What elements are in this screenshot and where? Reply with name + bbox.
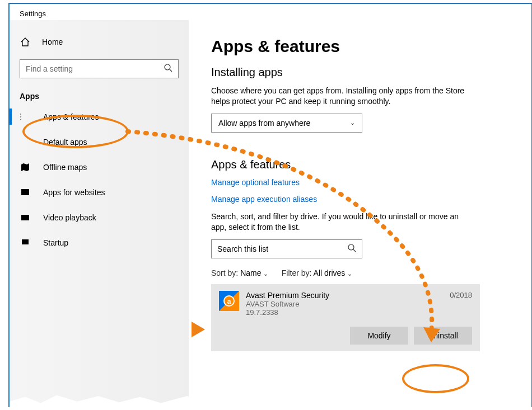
app-publisher: AVAST Software	[246, 300, 450, 308]
chevron-down-icon: ⌄	[350, 119, 355, 126]
settings-window: Settings Home Find a setting Apps	[8, 3, 532, 407]
sidebar-item-label: Apps for websites	[43, 188, 105, 197]
search-icon	[164, 63, 172, 74]
video-icon	[20, 213, 31, 223]
search-list-placeholder: Search this list	[217, 244, 268, 253]
app-card-header: a Avast Premium Security AVAST Software …	[219, 291, 472, 317]
sidebar-item-video-playback[interactable]: Video playback	[10, 205, 189, 230]
page-title: Apps & features	[211, 37, 515, 56]
app-card[interactable]: a Avast Premium Security AVAST Software …	[211, 284, 480, 351]
app-meta: Avast Premium Security AVAST Software 19…	[246, 291, 450, 317]
installing-heading: Installing apps	[211, 66, 515, 79]
home-label: Home	[42, 37, 63, 46]
sort-dropdown[interactable]: Name ⌄	[240, 268, 268, 277]
svg-text:a: a	[227, 298, 231, 305]
sidebar-item-label: Startup	[43, 238, 68, 247]
svg-point-0	[165, 64, 170, 70]
sidebar-item-label: Video playback	[43, 213, 96, 222]
filter-dropdown[interactable]: All drives ⌄	[314, 268, 353, 277]
search-input[interactable]: Find a setting	[20, 59, 179, 78]
svg-point-5	[20, 114, 21, 115]
apps-heading: Apps & features	[211, 158, 515, 171]
search-placeholder: Find a setting	[26, 64, 73, 73]
link-execution-aliases[interactable]: Manage app execution aliases	[211, 195, 515, 204]
startup-icon	[20, 238, 31, 248]
map-icon	[20, 162, 31, 172]
search-desc: Search, sort, and filter by drive. If yo…	[211, 211, 469, 233]
body: Home Find a setting Apps Apps & features	[10, 20, 531, 407]
sidebar-section: Apps	[10, 86, 189, 104]
svg-rect-14	[22, 239, 29, 244]
sidebar-item-label: Offline maps	[43, 163, 87, 172]
uninstall-button[interactable]: Uninstall	[414, 327, 472, 345]
sidebar-item-startup[interactable]: Startup	[10, 230, 189, 255]
sort-filter-row: Sort by: Name ⌄ Filter by: All drives ⌄	[211, 268, 515, 277]
defaults-icon	[20, 137, 31, 147]
app-buttons: Modify Uninstall	[219, 327, 472, 345]
installing-desc: Choose where you can get apps from. Inst…	[211, 86, 469, 107]
avast-icon: a	[219, 291, 239, 311]
sidebar-item-label: Default apps	[43, 138, 87, 147]
modify-button[interactable]: Modify	[350, 327, 408, 345]
svg-line-1	[170, 69, 172, 72]
main-content: Apps & features Installing apps Choose w…	[189, 20, 531, 407]
app-date: 0/2018	[450, 291, 472, 299]
sort-label: Sort by:	[211, 268, 238, 277]
svg-line-18	[353, 249, 356, 252]
svg-point-7	[20, 119, 21, 120]
sidebar-item-default-apps[interactable]: Default apps	[10, 129, 189, 154]
sidebar-item-label: Apps & features	[43, 112, 99, 121]
svg-point-6	[20, 116, 21, 117]
websites-icon	[20, 187, 31, 197]
svg-rect-13	[21, 215, 29, 216]
sidebar-item-offline-maps[interactable]: Offline maps	[10, 154, 189, 180]
link-optional-features[interactable]: Manage optional features	[211, 178, 515, 187]
sidebar-item-apps-websites[interactable]: Apps for websites	[10, 180, 189, 205]
filter-label: Filter by:	[282, 268, 312, 277]
list-icon	[20, 112, 31, 122]
chevron-down-icon: ⌄	[263, 270, 268, 277]
search-list-input[interactable]: Search this list	[211, 239, 362, 258]
sidebar-item-apps-features[interactable]: Apps & features	[10, 104, 189, 129]
home-nav[interactable]: Home	[10, 30, 189, 54]
sidebar: Home Find a setting Apps Apps & features	[10, 20, 189, 407]
svg-point-17	[348, 244, 354, 250]
app-name: Avast Premium Security	[246, 291, 450, 300]
home-icon	[20, 37, 31, 47]
app-version: 19.7.2338	[246, 308, 450, 317]
window-title: Settings	[10, 4, 531, 20]
dropdown-value: Allow apps from anywhere	[218, 119, 310, 128]
search-icon	[347, 243, 356, 254]
install-source-dropdown[interactable]: Allow apps from anywhere ⌄	[211, 114, 362, 133]
chevron-down-icon: ⌄	[347, 270, 352, 277]
